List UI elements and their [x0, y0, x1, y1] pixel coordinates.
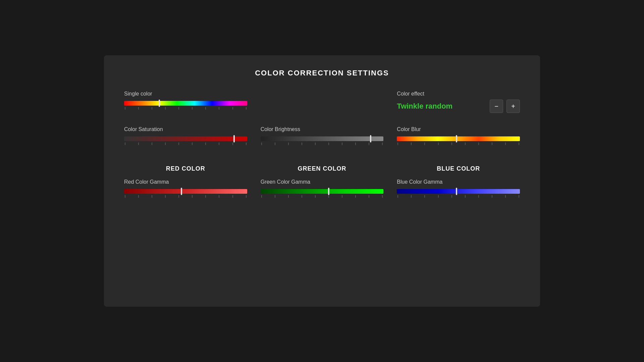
single-color-label: Single color [124, 91, 247, 97]
tick [438, 195, 439, 198]
color-effect-group: Color effect Twinkle random − + [397, 91, 520, 113]
tick [302, 142, 302, 145]
tick [451, 142, 452, 145]
blue-gamma-ticks [397, 195, 520, 198]
color-columns: RED COLOR Red Color Gamma [124, 165, 520, 198]
tick [492, 142, 492, 145]
blue-color-title: BLUE COLOR [397, 165, 520, 172]
color-blur-label: Color Blur [397, 126, 520, 132]
red-gamma-ticks [124, 195, 247, 198]
tick [492, 195, 492, 198]
green-gamma-ticks [261, 195, 384, 198]
tick [125, 142, 125, 145]
red-gamma-label: Red Color Gamma [124, 179, 247, 185]
color-blur-ticks [397, 142, 520, 145]
tick [382, 195, 383, 198]
single-color-group: Single color [124, 91, 247, 110]
tick [125, 195, 125, 198]
blue-gamma-track[interactable] [397, 189, 520, 194]
tick [152, 107, 152, 110]
tick [165, 195, 166, 198]
tick [125, 107, 125, 110]
green-gamma-thumb[interactable] [328, 188, 329, 195]
tick [478, 195, 479, 198]
tick [342, 142, 342, 145]
green-color-title: GREEN COLOR [261, 165, 384, 172]
tick [205, 142, 206, 145]
main-panel: COLOR CORRECTION SETTINGS Single color [104, 55, 540, 307]
single-color-thumb[interactable] [159, 100, 160, 107]
tick [315, 195, 316, 198]
tick [219, 107, 219, 110]
color-saturation-track[interactable] [124, 136, 247, 141]
blue-gamma-label: Blue Color Gamma [397, 179, 520, 185]
color-blur-track[interactable] [397, 136, 520, 141]
tick [478, 142, 479, 145]
tick [219, 142, 219, 145]
tick [152, 195, 152, 198]
tick [275, 195, 275, 198]
color-saturation-group: Color Saturation [124, 126, 247, 145]
tick [178, 142, 179, 145]
tick [411, 142, 412, 145]
single-color-track[interactable] [124, 101, 247, 106]
tick [328, 195, 329, 198]
tick [165, 142, 166, 145]
green-gamma-label: Green Color Gamma [261, 179, 384, 185]
color-effect-label: Color effect [397, 91, 520, 97]
red-gamma-group: Red Color Gamma [124, 179, 247, 198]
tick [438, 142, 439, 145]
tick [192, 107, 193, 110]
tick [288, 142, 289, 145]
tick [138, 142, 139, 145]
tick [397, 195, 398, 198]
tick [342, 195, 342, 198]
color-brightness-group: Color Brightness [261, 126, 384, 145]
blue-gamma-thumb[interactable] [456, 188, 457, 195]
tick [451, 195, 452, 198]
red-color-title: RED COLOR [124, 165, 247, 172]
color-effect-value: Twinkle random [397, 102, 452, 111]
red-color-section: RED COLOR Red Color Gamma [124, 165, 247, 198]
tick [275, 142, 275, 145]
green-color-section: GREEN COLOR Green Color Gamma [261, 165, 384, 198]
single-color-ticks [124, 107, 247, 110]
color-blur-thumb[interactable] [456, 135, 457, 142]
page-title: COLOR CORRECTION SETTINGS [124, 69, 520, 77]
color-brightness-thumb[interactable] [370, 135, 371, 142]
tick [261, 142, 262, 145]
red-gamma-thumb[interactable] [181, 188, 182, 195]
color-brightness-slider-container [261, 136, 384, 145]
tick [465, 142, 466, 145]
color-brightness-track[interactable] [261, 136, 384, 141]
tick [246, 107, 247, 110]
color-saturation-thumb[interactable] [233, 135, 235, 142]
tick [261, 195, 262, 198]
tick [369, 142, 369, 145]
tick [382, 142, 383, 145]
color-blur-slider-container [397, 136, 520, 145]
effect-minus-button[interactable]: − [490, 100, 503, 113]
tick [424, 195, 425, 198]
effect-plus-button[interactable]: + [506, 100, 520, 113]
tick [205, 107, 206, 110]
green-gamma-track[interactable] [261, 189, 384, 194]
tick [178, 195, 179, 198]
tick [505, 142, 506, 145]
tick [328, 142, 329, 145]
tick [138, 195, 139, 198]
tick [219, 195, 219, 198]
tick [232, 142, 233, 145]
color-saturation-ticks [124, 142, 247, 145]
red-gamma-track[interactable] [124, 189, 247, 194]
tick [232, 195, 233, 198]
tick [192, 142, 193, 145]
tick [505, 195, 506, 198]
blue-gamma-group: Blue Color Gamma [397, 179, 520, 198]
green-gamma-group: Green Color Gamma [261, 179, 384, 198]
single-color-slider-container [124, 101, 247, 110]
tick [246, 195, 247, 198]
tick [192, 195, 193, 198]
tick [165, 107, 166, 110]
blue-color-section: BLUE COLOR Blue Color Gamma [397, 165, 520, 198]
